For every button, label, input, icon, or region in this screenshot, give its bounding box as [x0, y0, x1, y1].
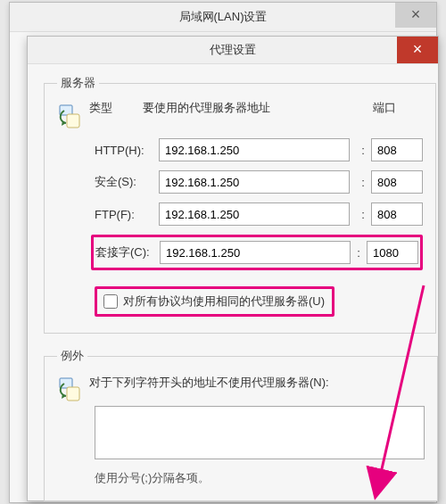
- col-header-type: 类型: [89, 100, 143, 116]
- input-socks-port[interactable]: [367, 241, 418, 264]
- colon: :: [355, 176, 371, 189]
- colon: :: [355, 144, 371, 157]
- lan-settings-title: 局域网(LAN)设置: [10, 3, 436, 32]
- highlight-socks-row: 套接字(C): :: [91, 235, 423, 270]
- checkbox-same-for-all[interactable]: [103, 294, 118, 309]
- input-ftp-address[interactable]: [159, 202, 350, 226]
- proxy-settings-close-button[interactable]: ×: [397, 37, 438, 63]
- row-ftp: FTP(F): :: [95, 202, 423, 226]
- proxy-settings-dialog: 代理设置 × 服务器: [27, 36, 439, 501]
- input-http-address[interactable]: [159, 138, 350, 161]
- exceptions-legend: 例外: [57, 348, 87, 364]
- exceptions-hint: 使用分号(;)分隔各项。: [95, 470, 425, 486]
- label-same-for-all: 对所有协议均使用相同的代理服务器(U): [123, 293, 325, 310]
- lan-settings-close-button[interactable]: ×: [395, 3, 436, 28]
- svg-rect-1: [67, 114, 79, 128]
- exceptions-icon: [57, 373, 89, 406]
- col-header-address: 要使用的代理服务器地址: [143, 100, 373, 116]
- input-ftp-port[interactable]: [371, 202, 423, 226]
- input-secure-port[interactable]: [371, 170, 423, 194]
- row-secure: 安全(S): :: [95, 170, 423, 194]
- label-secure: 安全(S):: [95, 174, 159, 190]
- highlight-same-for-all: 对所有协议均使用相同的代理服务器(U): [95, 286, 334, 317]
- input-socks-address[interactable]: [160, 241, 351, 264]
- servers-groupbox: 服务器 类型 要使用的代理服务器地址: [44, 75, 436, 334]
- label-http: HTTP(H):: [95, 144, 159, 157]
- servers-legend: 服务器: [57, 75, 99, 91]
- servers-icon: [57, 100, 89, 133]
- textarea-exceptions[interactable]: [95, 406, 425, 459]
- svg-rect-4: [67, 387, 79, 401]
- input-secure-address[interactable]: [159, 170, 350, 194]
- label-ftp: FTP(F):: [95, 208, 159, 221]
- exceptions-groupbox: 例外 对于下列字符开头的地址不使用代理服务器(N):: [44, 348, 438, 501]
- label-socks: 套接字(C):: [95, 244, 160, 260]
- colon: :: [351, 246, 367, 260]
- exceptions-label: 对于下列字符开头的地址不使用代理服务器(N):: [89, 375, 425, 391]
- proxy-settings-title: 代理设置: [28, 37, 438, 64]
- row-http: HTTP(H): :: [95, 138, 423, 161]
- colon: :: [355, 208, 371, 221]
- input-http-port[interactable]: [371, 138, 423, 161]
- col-header-port: 端口: [373, 100, 423, 116]
